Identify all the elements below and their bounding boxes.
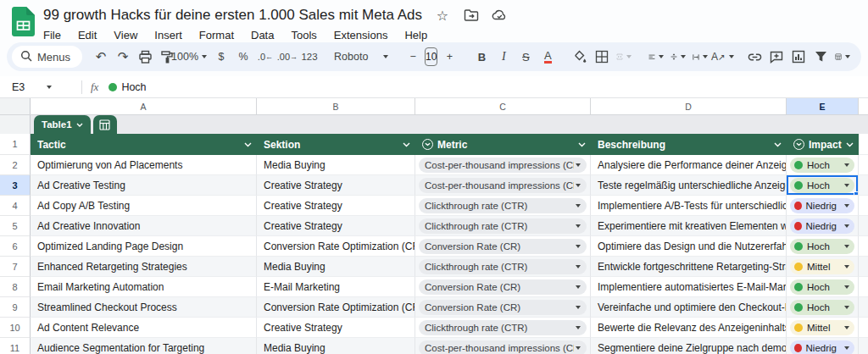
row-header-10[interactable]: 10 [0,318,31,338]
menu-file[interactable]: File [36,27,68,43]
cell-metric[interactable]: Conversion Rate (CR) [415,297,591,318]
cell-beschreibung[interactable]: Bewerte die Relevanz des Anzeigeninhalts… [591,318,787,338]
cell-sektion[interactable]: Media Buying [257,155,415,175]
impact-dropdown-chip[interactable]: Hoch [790,178,854,193]
cell-metric[interactable]: Cost-per-thousand impressions (CPM) [415,338,591,354]
metric-dropdown-chip[interactable]: Clickthrough rate (CTR) [419,320,587,335]
cell-beschreibung[interactable]: Implementiere A/B-Tests für unterschiedl… [591,196,787,216]
column-header-b[interactable]: B [257,98,415,114]
cell-tactic[interactable]: Audience Segmentation for Targeting [31,338,257,354]
text-rotation-button[interactable]: A↗ [712,46,732,68]
cell-beschreibung[interactable]: Segmentiere deine Zielgruppe nach demogr… [591,338,787,354]
cell-tactic[interactable]: Optimierung von Ad Placements [31,155,257,175]
cell-beschreibung[interactable]: Experimentiere mit kreativen Elementen w… [591,216,787,236]
print-button[interactable] [135,46,155,68]
menu-tools[interactable]: Tools [284,27,323,43]
decrease-decimal-button[interactable]: .0← [255,46,275,68]
sheets-logo-icon[interactable] [12,7,35,36]
header-cell-metric[interactable]: Metric [415,134,591,155]
column-header-d[interactable]: D [591,98,787,114]
horizontal-align-button[interactable] [646,46,666,68]
formula-input[interactable]: Hoch [108,81,146,93]
impact-dropdown-chip[interactable]: Mittel [790,320,854,335]
row-header-2[interactable]: 2 [0,155,31,175]
cell-metric[interactable]: Cost-per-thousand impressions (CPM) [415,155,591,175]
metric-dropdown-chip[interactable]: Conversion Rate (CR) [419,300,587,315]
cell-metric[interactable]: Conversion Rate (CR) [415,236,591,257]
cloud-status-icon[interactable] [492,7,509,24]
vertical-align-button[interactable] [668,46,688,68]
menu-edit[interactable]: Edit [71,27,103,43]
cell-tactic[interactable]: Ad Content Relevance [31,318,257,338]
redo-button[interactable]: ↷ [113,46,133,68]
cell-metric[interactable]: Clickthrough rate (CTR) [415,257,591,277]
cell-tactic[interactable]: Streamlined Checkout Process [31,297,257,318]
create-filter-button[interactable] [810,46,831,68]
star-icon[interactable]: ☆ [434,7,451,24]
cell-tactic[interactable]: Ad Copy A/B Testing [31,196,257,216]
cell-impact[interactable]: Niedrig [787,216,859,236]
cell-beschreibung[interactable]: Implementiere automatisiertes E-Mail-Mar… [591,277,787,297]
undo-button[interactable]: ↶ [91,46,111,68]
row-header-5[interactable]: 5 [0,216,31,236]
menu-data[interactable]: Data [244,27,281,43]
metric-dropdown-chip[interactable]: Cost-per-thousand impressions (CPM) [419,178,587,193]
strikethrough-button[interactable]: S [515,46,536,68]
cell-sektion[interactable]: Creative Strategy [257,175,415,196]
insert-link-button[interactable] [744,46,765,68]
insert-chart-button[interactable] [788,46,809,68]
menu-insert[interactable]: Insert [147,27,189,43]
number-format-button[interactable]: 123 [299,46,320,68]
selected-cell-e3[interactable]: Hoch [787,175,859,196]
header-cell-tactic[interactable]: Tactic [31,134,257,155]
text-wrapping-button[interactable] [690,46,710,68]
menu-view[interactable]: View [107,27,144,43]
column-header-a[interactable]: A [31,98,257,114]
move-to-folder-icon[interactable] [463,7,480,24]
impact-dropdown-chip[interactable]: Hoch [790,239,854,254]
column-header-e[interactable]: E [787,98,859,114]
menu-extensions[interactable]: Extensions [327,27,395,43]
fill-color-button[interactable] [570,46,590,68]
cell-beschreibung[interactable]: Vereinfache und optimiere den Checkout-P… [591,297,787,318]
cell-sektion[interactable]: Creative Strategy [257,196,415,216]
cell-metric[interactable]: Conversion Rate (CR) [415,277,591,297]
row-header-8[interactable]: 8 [0,277,31,297]
impact-dropdown-chip[interactable]: Niedrig [790,340,854,354]
italic-button[interactable]: I [493,46,514,68]
impact-dropdown-chip[interactable]: Mittel [790,259,854,274]
insert-comment-button[interactable] [766,46,787,68]
cell-impact[interactable]: Mittel [787,318,859,338]
metric-dropdown-chip[interactable]: Conversion Rate (CR) [419,279,587,295]
cell-metric[interactable]: Clickthrough rate (CTR) [415,216,591,236]
font-select[interactable]: Roboto [331,46,391,68]
zoom-select[interactable]: 100% [179,46,199,68]
cell-sektion[interactable]: Creative Strategy [257,318,415,338]
row-header-6[interactable]: 6 [0,236,31,257]
metric-dropdown-chip[interactable]: Cost-per-thousand impressions (CPM) [419,340,587,354]
row-header-4[interactable]: 4 [0,196,31,216]
name-box[interactable]: E3 [12,81,73,93]
text-color-button[interactable]: A [537,46,558,68]
cell-impact[interactable]: Niedrig [787,196,859,216]
decrease-font-size-button[interactable]: − [403,46,423,68]
increase-font-size-button[interactable]: + [439,46,459,68]
row-header-3[interactable]: 3 [0,175,31,196]
bold-button[interactable]: B [471,46,492,68]
cell-beschreibung[interactable]: Entwickle fortgeschrittene Retargeting-S… [591,257,787,277]
header-cell-impact[interactable]: Impact [787,134,859,155]
cell-metric[interactable]: Clickthrough rate (CTR) [415,318,591,338]
cell-impact[interactable]: Hoch [787,297,859,318]
cell-beschreibung[interactable]: Optimiere das Design und die Nutzererfah… [591,236,787,257]
borders-button[interactable] [592,46,612,68]
row-header-1[interactable]: 1 [0,134,31,155]
metric-dropdown-chip[interactable]: Cost-per-thousand impressions (CPM) [419,158,587,173]
impact-dropdown-chip[interactable]: Niedrig [790,198,854,213]
menus-search-button[interactable]: Menus [12,46,82,68]
impact-dropdown-chip[interactable]: Niedrig [790,218,854,234]
select-all-corner[interactable] [0,98,31,114]
data-table-button[interactable] [832,46,853,68]
cell-impact[interactable]: Niedrig [787,338,859,354]
doc-title[interactable]: 99 growth Hacks für deine ersten 1.000 S… [43,7,422,24]
cell-sektion[interactable]: Media Buying [257,338,415,354]
